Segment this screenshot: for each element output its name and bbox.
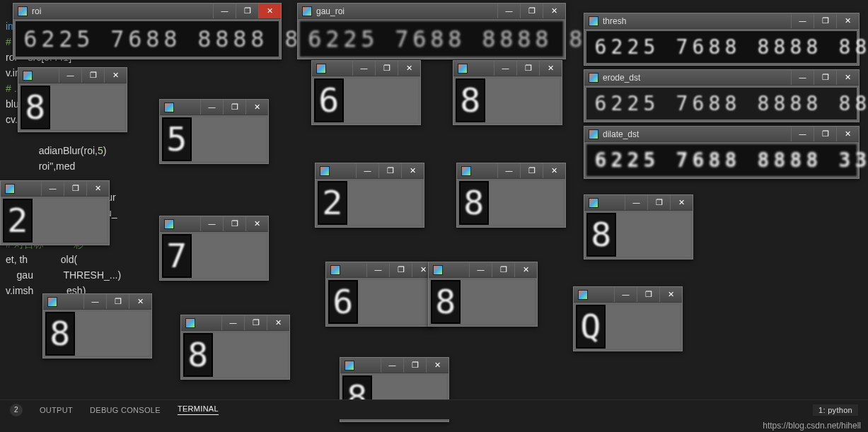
- maximize-button[interactable]: [516, 61, 539, 76]
- cvwin-digit[interactable]: 8: [453, 60, 562, 125]
- app-icon: [47, 297, 57, 307]
- minimize-button[interactable]: [213, 4, 236, 18]
- maximize-button[interactable]: [492, 262, 514, 277]
- close-button[interactable]: [659, 287, 682, 302]
- cvwin-roi[interactable]: roi 6225 7688 8888 8888: [13, 3, 282, 59]
- maximize-button[interactable]: [647, 195, 670, 210]
- cvwin-digit[interactable]: 6: [311, 60, 421, 125]
- cvwin-digit[interactable]: 8: [456, 163, 566, 228]
- close-button[interactable]: [86, 181, 109, 196]
- window-title: gau_roi: [316, 6, 497, 16]
- minimize-button[interactable]: [41, 181, 64, 196]
- image-background: [75, 312, 149, 356]
- panel-tabs: 2 OUTPUT DEBUG CONSOLE TERMINAL 1: pytho…: [0, 399, 868, 419]
- app-icon: [589, 16, 598, 26]
- cvwin-dilate-dst[interactable]: dilate_dst 6225 7688 8888 3388: [584, 126, 860, 179]
- close-button[interactable]: [398, 61, 420, 76]
- close-button[interactable]: [836, 13, 859, 28]
- cvwin-digit[interactable]: 2: [315, 163, 424, 228]
- minimize-button[interactable]: [791, 13, 814, 28]
- minimize-button[interactable]: [625, 195, 647, 210]
- terminal-selector[interactable]: 1: python: [813, 404, 858, 416]
- maximize-button[interactable]: [81, 68, 104, 83]
- minimize-button[interactable]: [497, 4, 520, 18]
- cvwin-digit[interactable]: 8: [584, 194, 693, 259]
- cvwin-digit[interactable]: 8: [180, 315, 290, 380]
- app-icon: [302, 6, 312, 16]
- close-button[interactable]: [401, 163, 424, 178]
- minimize-button[interactable]: [200, 216, 223, 231]
- close-button[interactable]: [514, 262, 537, 277]
- maximize-button[interactable]: [520, 4, 543, 18]
- minimize-button[interactable]: [791, 70, 814, 85]
- maximize-button[interactable]: [236, 4, 258, 18]
- cvwin-digit[interactable]: 8: [42, 293, 152, 358]
- maximize-button[interactable]: [814, 127, 836, 141]
- digit-image: Q: [576, 305, 606, 349]
- maximize-button[interactable]: [814, 13, 836, 28]
- maximize-button[interactable]: [814, 70, 836, 85]
- cvwin-digit[interactable]: 8: [428, 262, 538, 327]
- tab-output[interactable]: OUTPUT: [40, 406, 73, 414]
- cvwin-digit[interactable]: 5: [159, 99, 269, 164]
- minimize-button[interactable]: [352, 61, 375, 76]
- close-button[interactable]: [245, 100, 268, 115]
- maximize-button[interactable]: [520, 163, 543, 178]
- minimize-button[interactable]: [200, 100, 223, 115]
- maximize-button[interactable]: [223, 216, 245, 231]
- cvwin-gau-roi[interactable]: gau_roi 6225 7688 8888 8888: [297, 3, 566, 59]
- minimize-button[interactable]: [494, 61, 516, 76]
- maximize-button[interactable]: [106, 294, 129, 309]
- tab-debug-console[interactable]: DEBUG CONSOLE: [90, 406, 161, 414]
- minimize-button[interactable]: [83, 294, 106, 309]
- image-background: [192, 234, 266, 278]
- maximize-button[interactable]: [389, 262, 412, 277]
- close-button[interactable]: [836, 127, 859, 141]
- minimize-button[interactable]: [381, 358, 403, 373]
- digit-image: 8: [431, 280, 461, 324]
- minimize-button[interactable]: [59, 68, 81, 83]
- maximize-button[interactable]: [64, 181, 86, 196]
- digit-value: 5: [166, 120, 187, 158]
- maximize-button[interactable]: [378, 163, 401, 178]
- app-icon: [461, 166, 471, 176]
- close-button[interactable]: [539, 61, 562, 76]
- cvwin-digit[interactable]: 2: [0, 180, 110, 245]
- maximize-button[interactable]: [637, 287, 659, 302]
- close-button[interactable]: [426, 358, 449, 373]
- window-title: thresh: [603, 16, 791, 26]
- maximize-button[interactable]: [244, 315, 267, 330]
- app-icon: [5, 184, 15, 194]
- window-title: roi: [32, 6, 213, 16]
- minimize-button[interactable]: [614, 287, 637, 302]
- app-icon: [330, 265, 340, 275]
- maximize-button[interactable]: [403, 358, 426, 373]
- maximize-button[interactable]: [375, 61, 398, 76]
- close-button[interactable]: [258, 4, 281, 18]
- close-button[interactable]: [543, 163, 565, 178]
- cvwin-digit[interactable]: 8: [18, 67, 127, 132]
- close-button[interactable]: [836, 70, 859, 85]
- maximize-button[interactable]: [223, 100, 245, 115]
- close-button[interactable]: [267, 315, 289, 330]
- minimize-button[interactable]: [469, 262, 492, 277]
- tab-terminal[interactable]: TERMINAL: [178, 404, 219, 415]
- close-button[interactable]: [670, 195, 693, 210]
- cvwin-erode-dst[interactable]: erode_dst 6225 7688 8888 8888: [584, 69, 860, 122]
- problems-count[interactable]: 2: [10, 404, 23, 416]
- minimize-button[interactable]: [221, 315, 244, 330]
- cvwin-digit[interactable]: 7: [159, 216, 269, 281]
- cvwin-digit[interactable]: 6: [325, 262, 435, 327]
- minimize-button[interactable]: [366, 262, 389, 277]
- minimize-button[interactable]: [356, 163, 378, 178]
- minimize-button[interactable]: [497, 163, 520, 178]
- cvwin-digit[interactable]: Q: [573, 286, 683, 351]
- digit-value: 8: [25, 88, 45, 127]
- minimize-button[interactable]: [791, 127, 814, 141]
- close-button[interactable]: [543, 4, 565, 18]
- close-button[interactable]: [104, 68, 127, 83]
- close-button[interactable]: [245, 216, 268, 231]
- digit-image: 2: [3, 199, 33, 243]
- close-button[interactable]: [129, 294, 151, 309]
- cvwin-thresh[interactable]: thresh 6225 7688 8888 8888: [584, 13, 860, 66]
